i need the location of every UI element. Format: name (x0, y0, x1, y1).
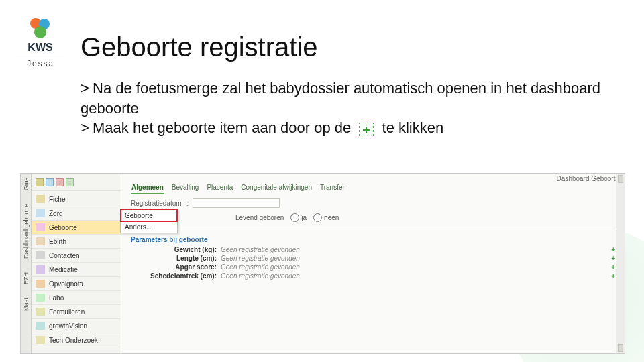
sidebar-item-growthvision[interactable]: growthVision (32, 319, 121, 333)
tab-congenitale[interactable]: Congenitale afwijkingen (240, 183, 313, 194)
sidebar-item-label: Medicatie (49, 266, 78, 274)
bullet-2b: te klikken (382, 119, 444, 136)
bullet-marker: > (80, 78, 93, 99)
divider (129, 229, 616, 229)
brand-logo: KWS Jessa (16, 16, 64, 69)
tab-bevalling[interactable]: Bevalling (171, 183, 200, 194)
sidebar-item-label: Tech Onderzoek (49, 337, 98, 344)
sidebar-item-tech-onderzoek[interactable]: Tech Onderzoek (32, 333, 121, 347)
plus-icon[interactable]: + (611, 263, 615, 271)
logo-jessa-text: Jessa (16, 58, 64, 69)
sidebar-item-opvolgnota[interactable]: Opvolgnota (32, 277, 121, 291)
toolbar-icon[interactable] (56, 178, 64, 186)
sidebar-item-label: Fiche (49, 196, 65, 203)
sidebar-item-ebirth[interactable]: Ebirth (32, 235, 121, 249)
param-label: Lengte (cm): (131, 255, 217, 262)
bullet-list: >Na de foetusmerge zal het babydossier a… (80, 78, 631, 138)
registration-date-row: Registratiedatum: (121, 196, 625, 212)
toolbar-icon[interactable] (36, 178, 44, 186)
radio-label: ja (301, 214, 307, 221)
param-apgar: Apgar score: Geen registratie gevonden + (131, 263, 615, 272)
vrail-label: Dashboard geboorte (23, 204, 30, 259)
born-alive-label: Levend geboren (235, 214, 284, 221)
param-label: Gewicht (kg): (131, 246, 217, 253)
parameters-title: Parameters bij geboorte (131, 236, 615, 243)
sidebar-item-label: Labo (49, 294, 64, 302)
main-panel: Dashboard Geboorte Algemeen Bevalling Pl… (121, 174, 625, 353)
vrail-label: Gms (23, 178, 30, 190)
flyout-item-anders[interactable]: Anders... (121, 221, 177, 233)
sidebar-item-label: Opvolgnota (49, 280, 83, 288)
sidebar-item-label: Geboorte (49, 224, 77, 231)
svg-rect-4 (363, 129, 370, 131)
toolbar (32, 176, 121, 191)
param-label: Apgar score: (131, 263, 217, 271)
page-title: Geboorte registratie (80, 32, 631, 62)
geboorte-flyout: Geboorte Anders... (120, 209, 178, 233)
sidebar-item-geboorte[interactable]: Geboorte (32, 221, 121, 235)
app-screenshot: Gms Dashboard geboorte EZH Maat Fiche Zo… (20, 173, 625, 354)
logo-k-icon (16, 16, 64, 40)
toolbar-icon[interactable] (66, 178, 74, 186)
plus-icon (359, 123, 374, 137)
svg-point-2 (34, 26, 46, 38)
sidebar-item-label: Zorg (49, 210, 63, 217)
sidebar-nav: Fiche Zorg Geboorte Ebirth Contacten Med… (32, 191, 121, 347)
sidebar-item-contacten[interactable]: Contacten (32, 249, 121, 263)
sidebar-item-label: growthVision (49, 322, 87, 330)
bullet-2a: Maak het geboorte item aan door op de (93, 119, 351, 136)
sidebar-item-label: Formulieren (49, 308, 85, 316)
tab-bar: Algemeen Bevalling Placenta Congenitale … (121, 174, 625, 196)
bullet-marker: > (80, 118, 93, 138)
param-value: Geen registratie gevonden (221, 246, 607, 253)
radio-ja[interactable]: ja (290, 213, 307, 222)
radio-label: neen (324, 214, 339, 221)
param-schedelomtrek: Schedelomtrek (cm): Geen registratie gev… (131, 272, 615, 280)
param-label: Schedelomtrek (cm): (131, 272, 217, 280)
sidebar-item-labo[interactable]: Labo (32, 291, 121, 305)
vertical-rail: Gms Dashboard geboorte EZH Maat (21, 174, 32, 353)
bullet-1: Na de foetusmerge zal het babydossier au… (80, 80, 600, 117)
param-lengte: Lengte (cm): Geen registratie gevonden + (131, 254, 615, 263)
vrail-label: Maat (23, 298, 30, 311)
vrail-label: EZH (23, 272, 30, 284)
logo-kws-text: KWS (16, 42, 64, 54)
sidebar-item-label: Contacten (49, 252, 80, 259)
toolbar-icon[interactable] (46, 178, 54, 186)
registration-date-label: Registratiedatum (131, 200, 182, 207)
radio-neen[interactable]: neen (313, 213, 339, 222)
left-sidebar: Fiche Zorg Geboorte Ebirth Contacten Med… (32, 174, 121, 353)
param-value: Geen registratie gevonden (221, 263, 607, 271)
born-alive-row: Levend geboren ja neen (121, 212, 625, 226)
sidebar-item-fiche[interactable]: Fiche (32, 192, 121, 206)
plus-icon[interactable]: + (611, 246, 615, 253)
tab-transfer[interactable]: Transfer (319, 183, 345, 194)
sidebar-item-zorg[interactable]: Zorg (32, 206, 121, 221)
sidebar-item-label: Ebirth (49, 238, 66, 245)
sidebar-item-medicatie[interactable]: Medicatie (32, 263, 121, 277)
tab-algemeen[interactable]: Algemeen (131, 183, 164, 194)
dashboard-title: Dashboard Geboorte (557, 175, 619, 182)
plus-icon[interactable]: + (611, 255, 615, 262)
param-value: Geen registratie gevonden (221, 272, 607, 280)
sidebar-item-formulieren[interactable]: Formulieren (32, 305, 121, 319)
param-gewicht: Gewicht (kg): Geen registratie gevonden … (131, 245, 615, 254)
param-value: Geen registratie gevonden (221, 255, 607, 262)
flyout-item-geboorte[interactable]: Geboorte (121, 210, 177, 221)
birth-parameters: Parameters bij geboorte Gewicht (kg): Ge… (121, 232, 625, 284)
plus-icon[interactable]: + (611, 272, 615, 280)
tab-placenta[interactable]: Placenta (206, 183, 233, 194)
registration-date-input[interactable] (193, 198, 280, 208)
scrollbar[interactable] (616, 174, 625, 353)
